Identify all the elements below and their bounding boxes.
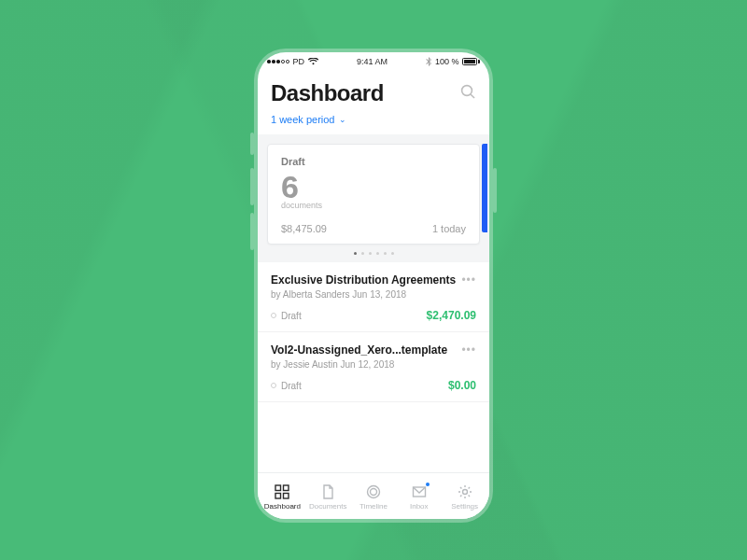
tab-label: Inbox <box>410 502 429 511</box>
summary-card-area: Draft 6 documents $8,475.09 1 today <box>258 134 489 262</box>
tab-inbox[interactable]: Inbox <box>396 483 442 511</box>
tab-label: Documents <box>309 502 346 511</box>
screen: PD 9:41 AM 100 % Dashboard <box>258 52 489 519</box>
gear-icon <box>457 483 473 500</box>
tab-documents[interactable]: Documents <box>305 483 351 511</box>
svg-rect-2 <box>275 485 281 491</box>
svg-rect-4 <box>275 494 281 499</box>
documents-icon <box>319 483 336 500</box>
document-title: Exclusive Distribution Agreements <box>271 273 456 287</box>
svg-rect-5 <box>284 494 289 499</box>
page-title: Dashboard <box>271 80 384 106</box>
svg-point-7 <box>370 489 376 496</box>
status-time: 9:41 AM <box>357 57 388 66</box>
status-dot-icon <box>271 383 276 388</box>
battery-icon <box>462 58 480 65</box>
summary-count-label: documents <box>281 201 466 210</box>
page-indicator <box>267 245 480 257</box>
status-badge: Draft <box>271 311 302 321</box>
phone-power-button <box>493 168 497 213</box>
more-icon[interactable]: ••• <box>461 343 476 356</box>
tab-bar: Dashboard Documents Timeline Inbox <box>258 472 489 519</box>
phone-volume-down <box>250 213 254 250</box>
status-badge: Draft <box>271 381 302 391</box>
document-title: Vol2-Unassigned_Xero...template <box>271 343 447 357</box>
list-item[interactable]: Vol2-Unassigned_Xero...template ••• by J… <box>258 332 489 402</box>
svg-point-9 <box>462 490 467 495</box>
period-selector[interactable]: 1 week period ⌄ <box>258 114 489 134</box>
carrier-label: PD <box>293 57 305 66</box>
document-amount: $2,470.09 <box>427 309 476 322</box>
status-bar: PD 9:41 AM 100 % <box>258 52 489 69</box>
phone-frame: PD 9:41 AM 100 % Dashboard <box>254 49 493 523</box>
document-amount: $0.00 <box>448 379 476 392</box>
status-dot-icon <box>271 313 276 318</box>
svg-point-0 <box>462 86 472 96</box>
timeline-icon <box>365 483 382 500</box>
page-header: Dashboard <box>258 69 489 114</box>
summary-count: 6 <box>281 171 466 203</box>
svg-point-6 <box>367 486 379 498</box>
tab-label: Timeline <box>359 502 388 511</box>
document-byline: by Alberta Sanders Jun 13, 2018 <box>271 289 476 300</box>
period-label: 1 week period <box>271 114 335 125</box>
document-byline: by Jessie Austin Jun 12, 2018 <box>271 359 476 370</box>
battery-percent: 100 % <box>435 57 459 66</box>
summary-card[interactable]: Draft 6 documents $8,475.09 1 today <box>267 144 480 245</box>
bluetooth-icon <box>426 57 431 66</box>
dashboard-icon <box>274 483 290 500</box>
summary-today: 1 today <box>432 223 466 234</box>
summary-status-label: Draft <box>281 156 466 167</box>
phone-mute-switch <box>250 133 254 155</box>
list-item[interactable]: Exclusive Distribution Agreements ••• by… <box>258 262 489 332</box>
tab-settings[interactable]: Settings <box>442 483 487 511</box>
more-icon[interactable]: ••• <box>461 273 476 286</box>
wifi-icon <box>308 58 318 65</box>
svg-rect-3 <box>284 485 289 491</box>
chevron-down-icon: ⌄ <box>339 115 346 124</box>
document-list: Exclusive Distribution Agreements ••• by… <box>258 262 489 472</box>
tab-timeline[interactable]: Timeline <box>351 483 397 511</box>
tab-dashboard[interactable]: Dashboard <box>260 483 305 511</box>
signal-dots-icon <box>267 60 289 63</box>
svg-line-1 <box>471 94 474 98</box>
summary-amount: $8,475.09 <box>281 223 327 234</box>
tab-label: Settings <box>451 502 478 511</box>
phone-volume-up <box>250 168 254 205</box>
inbox-icon <box>411 483 428 500</box>
tab-label: Dashboard <box>264 502 301 511</box>
next-card-peek[interactable] <box>482 144 487 232</box>
search-icon[interactable] <box>459 83 476 104</box>
